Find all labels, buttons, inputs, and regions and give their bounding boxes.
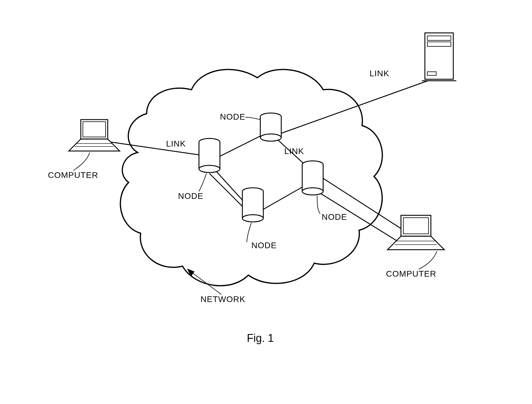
laptop-left-icon	[69, 120, 120, 151]
label-computer-left: COMPUTER	[48, 170, 98, 180]
node-left-cylinder	[199, 138, 220, 173]
laptop-right-icon	[387, 215, 444, 250]
svg-rect-27	[427, 36, 451, 40]
callout-computer-left	[73, 153, 90, 170]
callout-node-top	[245, 117, 260, 120]
label-node-right: NODE	[322, 212, 347, 222]
node-right-cylinder	[302, 161, 323, 195]
svg-point-14	[302, 188, 323, 195]
svg-rect-23	[403, 218, 428, 234]
callout-node-right	[317, 196, 320, 214]
callout-node-left	[199, 173, 206, 191]
link-line-1	[215, 135, 263, 158]
label-node-left: NODE	[178, 191, 203, 201]
link-line-top	[269, 81, 428, 138]
node-center-cylinder	[242, 188, 263, 222]
node-top-cylinder	[260, 113, 281, 141]
server-icon	[422, 33, 456, 81]
svg-point-9	[199, 165, 220, 173]
link-line-6	[209, 173, 242, 206]
label-node-bottom: NODE	[251, 241, 277, 250]
label-computer-right: COMPUTER	[386, 269, 436, 279]
cloud-shape	[120, 69, 382, 286]
figure-caption: Fig. 1	[247, 332, 274, 344]
callout-computer-right	[419, 251, 437, 269]
link-line-left	[111, 142, 203, 155]
svg-point-4	[260, 134, 281, 141]
svg-point-19	[242, 215, 263, 222]
svg-rect-29	[427, 72, 436, 75]
label-link-top: LINK	[370, 69, 389, 78]
link-line-3	[215, 170, 245, 203]
callout-node-bottom	[247, 223, 251, 242]
label-link-center: LINK	[284, 147, 304, 156]
svg-rect-20	[83, 122, 106, 137]
link-line-4	[263, 185, 305, 209]
network-diagram: COMPUTER COMPUTER LINK LINK LINK NODE NO…	[0, 0, 532, 404]
label-link-left: LINK	[166, 139, 186, 149]
callout-network	[191, 272, 221, 295]
label-network: NETWORK	[200, 295, 245, 304]
label-node-top: NODE	[220, 112, 245, 122]
svg-rect-28	[427, 42, 451, 46]
